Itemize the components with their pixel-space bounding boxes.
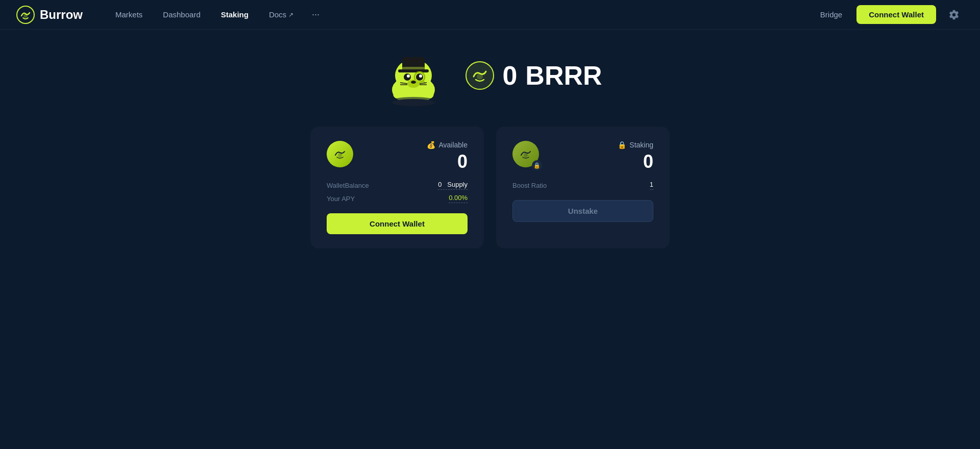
boost-ratio-row: Boost Ratio 1 xyxy=(512,181,653,190)
svg-point-10 xyxy=(419,74,422,78)
staking-value: 0 xyxy=(643,151,653,172)
staking-card-body: Boost Ratio 1 xyxy=(512,181,653,190)
nav-staking[interactable]: Staking xyxy=(213,6,257,23)
unstake-button[interactable]: Unstake xyxy=(512,200,653,222)
bridge-link[interactable]: Bridge xyxy=(814,6,848,23)
nav-docs[interactable]: Docs ↗ xyxy=(261,6,302,23)
available-title-row: 💰 Available xyxy=(427,141,468,149)
apy-label: Your APY xyxy=(327,195,355,203)
brrr-amount: 0 xyxy=(502,60,517,91)
lock-badge: 🔒 xyxy=(532,160,542,170)
staking-title-row: 🔒 Staking xyxy=(618,141,653,149)
nav-markets[interactable]: Markets xyxy=(107,6,151,23)
available-value: 0 xyxy=(457,151,468,172)
available-title: Available xyxy=(438,141,468,149)
brrr-logo-icon xyxy=(465,61,494,90)
nav-links: Markets Dashboard Staking Docs ↗ ··· xyxy=(107,5,814,24)
svg-point-14 xyxy=(411,81,416,84)
staking-card-header: 🔒 🔒 Staking 0 xyxy=(512,141,653,172)
svg-point-26 xyxy=(524,153,528,157)
boost-ratio-label: Boost Ratio xyxy=(512,182,547,189)
mascot xyxy=(378,45,449,106)
staking-title-area: 🔒 Staking 0 xyxy=(618,141,653,172)
nav-more[interactable]: ··· xyxy=(306,5,326,24)
brrr-token-name: BRRR xyxy=(525,60,602,91)
mascot-svg xyxy=(378,45,449,106)
available-card-body: WalletBalance 0 Supply Your APY 0.00% xyxy=(327,181,468,203)
staking-card: 🔒 🔒 Staking 0 Boost Ratio 1 Unstake xyxy=(496,127,670,248)
connect-wallet-button[interactable]: Connect Wallet xyxy=(856,5,936,24)
main-content: 0 BRRR 💰 xyxy=(0,30,980,248)
logo[interactable]: Burrow xyxy=(16,6,83,24)
connect-wallet-card-button[interactable]: Connect Wallet xyxy=(327,213,468,234)
wallet-balance-label: WalletBalance xyxy=(327,182,369,189)
available-logo-icon xyxy=(327,141,353,167)
wallet-balance-value: 0 Supply xyxy=(438,181,468,190)
svg-point-22 xyxy=(392,99,435,106)
svg-rect-5 xyxy=(398,69,429,72)
navbar: Burrow Markets Dashboard Staking Docs ↗ … xyxy=(0,0,980,30)
available-card-header: 💰 Available 0 xyxy=(327,141,468,172)
brrr-balance-display: 0 BRRR xyxy=(465,60,602,91)
supply-suffix: Supply xyxy=(447,181,468,188)
cards-container: 💰 Available 0 WalletBalance 0 Supply xyxy=(310,127,670,248)
app-name: Burrow xyxy=(40,8,83,22)
svg-point-24 xyxy=(477,73,483,80)
svg-point-9 xyxy=(407,74,410,78)
svg-point-25 xyxy=(338,153,342,157)
staking-icon-wrapper: 🔒 xyxy=(512,141,541,169)
svg-rect-6 xyxy=(402,67,425,69)
gear-icon xyxy=(948,9,960,20)
apy-row: Your APY 0.00% xyxy=(327,194,468,203)
burrow-logo-icon xyxy=(16,6,35,24)
svg-point-1 xyxy=(23,14,28,18)
external-link-icon: ↗ xyxy=(288,11,293,18)
available-emoji-icon: 💰 xyxy=(427,141,435,149)
available-icon-wrapper xyxy=(327,141,355,169)
staking-title: Staking xyxy=(629,141,653,149)
docs-label: Docs xyxy=(269,10,286,19)
apy-value: 0.00% xyxy=(449,194,468,203)
available-card: 💰 Available 0 WalletBalance 0 Supply xyxy=(310,127,484,248)
staking-emoji-icon: 🔒 xyxy=(618,141,626,149)
hero-section: 0 BRRR xyxy=(378,45,602,106)
available-title-area: 💰 Available 0 xyxy=(427,141,468,172)
wallet-balance-row: WalletBalance 0 Supply xyxy=(327,181,468,190)
boost-ratio-value: 1 xyxy=(650,181,653,190)
nav-dashboard[interactable]: Dashboard xyxy=(155,6,208,23)
settings-button[interactable] xyxy=(944,5,964,24)
lock-icon: 🔒 xyxy=(533,162,541,169)
nav-right: Bridge Connect Wallet xyxy=(814,5,964,24)
